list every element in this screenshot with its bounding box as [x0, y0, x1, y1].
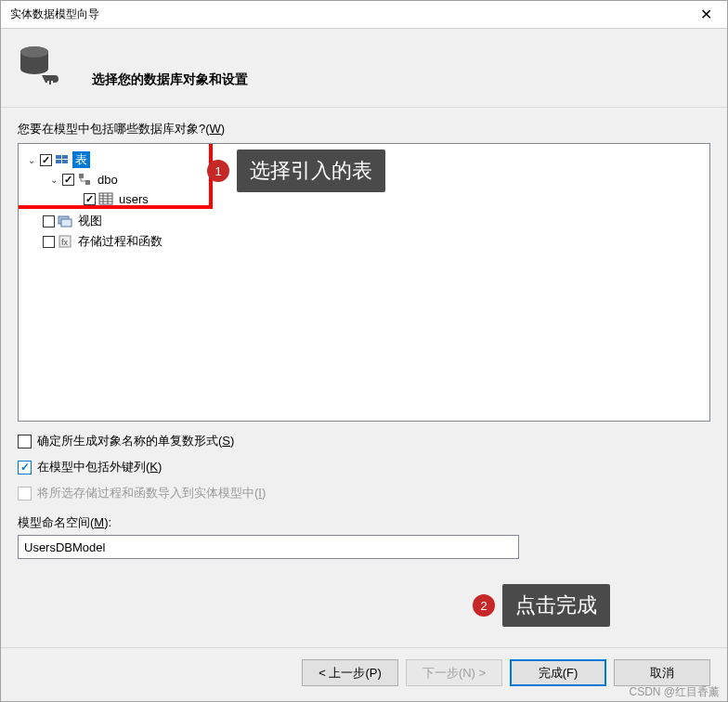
annotation-1: 1 选择引入的表 [207, 150, 385, 192]
tree-node-procs[interactable]: fx 存储过程和函数 [20, 232, 165, 251]
svg-rect-6 [79, 174, 84, 178]
back-button[interactable]: < 上一步(P) [302, 659, 398, 686]
database-icon [18, 44, 64, 90]
options-group: 确定所生成对象名称的单复数形式(S) 在模型中包括外键列(K) 将所选存储过程和… [18, 433, 710, 501]
svg-rect-2 [56, 155, 61, 159]
svg-rect-4 [56, 160, 61, 163]
tree-node-dbo[interactable]: ⌄ dbo [20, 170, 121, 188]
checkbox-pluralize[interactable] [18, 435, 32, 448]
views-icon [58, 214, 72, 228]
checkbox-views[interactable] [43, 215, 55, 228]
svg-rect-3 [62, 155, 68, 159]
tree-node-users[interactable]: users [20, 189, 151, 208]
tree-label-tables: 表 [72, 151, 90, 168]
wizard-window: 实体数据模型向导 ✕ 选择您的数据库对象和设置 您要在模型中包括哪些数据库对象?… [0, 0, 728, 702]
objects-prompt: 您要在模型中包括哪些数据库对象?(W) [18, 121, 710, 137]
checkbox-import-sp [18, 487, 32, 500]
tables-icon [55, 152, 70, 167]
collapse-icon[interactable]: ⌄ [48, 174, 59, 185]
checkbox-procs[interactable] [43, 236, 55, 248]
tree-label-procs: 存储过程和函数 [75, 233, 165, 250]
tree-node-views[interactable]: 视图 [20, 212, 105, 230]
svg-text:fx: fx [61, 238, 69, 247]
tree-label-views: 视图 [75, 213, 105, 229]
checkbox-dbo[interactable] [62, 174, 74, 186]
wizard-footer: < 上一步(P) 下一步(N) > 完成(F) 取消 [1, 647, 727, 701]
option-import-sp: 将所选存储过程和函数导入到实体模型中(I) [18, 485, 710, 501]
schema-icon [77, 172, 92, 187]
cancel-button[interactable]: 取消 [614, 659, 710, 686]
wizard-header: 选择您的数据库对象和设置 [1, 29, 727, 108]
next-button: 下一步(N) > [406, 659, 502, 686]
svg-rect-5 [62, 160, 68, 163]
namespace-input[interactable] [18, 535, 519, 559]
tree-label-users: users [116, 192, 151, 206]
close-button[interactable]: ✕ [685, 1, 727, 28]
wizard-content: 您要在模型中包括哪些数据库对象?(W) ⌄ 表 [1, 108, 727, 647]
checkbox-users[interactable] [84, 193, 96, 205]
svg-rect-15 [61, 219, 72, 227]
svg-point-1 [20, 46, 48, 58]
annotation-2-badge: 2 [473, 594, 495, 617]
table-icon [98, 191, 113, 206]
namespace-label: 模型命名空间(M): [18, 514, 710, 531]
window-title: 实体数据模型向导 [10, 6, 99, 22]
option-pluralize[interactable]: 确定所生成对象名称的单复数形式(S) [18, 433, 710, 449]
svg-rect-7 [85, 180, 90, 185]
finish-button[interactable]: 完成(F) [510, 659, 606, 686]
titlebar: 实体数据模型向导 ✕ [1, 1, 727, 29]
tree-label-dbo: dbo [95, 173, 121, 187]
close-icon: ✕ [700, 6, 712, 23]
annotation-1-text: 选择引入的表 [237, 150, 385, 192]
collapse-icon[interactable]: ⌄ [26, 154, 37, 165]
procs-icon: fx [58, 234, 72, 249]
wizard-subtitle: 选择您的数据库对象和设置 [92, 46, 248, 88]
annotation-1-badge: 1 [207, 160, 229, 182]
annotation-2-text: 点击完成 [502, 584, 610, 627]
option-foreign-keys[interactable]: 在模型中包括外键列(K) [18, 459, 710, 475]
annotation-2: 2 点击完成 [473, 584, 610, 627]
checkbox-tables[interactable] [40, 154, 52, 166]
tree-node-tables[interactable]: ⌄ 表 [20, 150, 90, 169]
checkbox-foreign-keys[interactable] [18, 461, 32, 474]
